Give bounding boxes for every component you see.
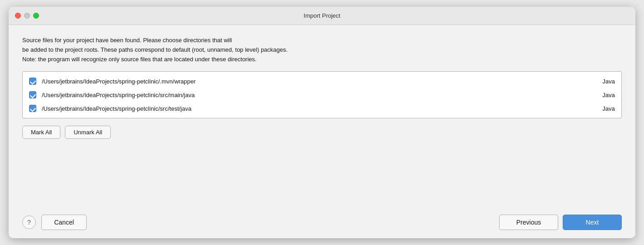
dir-path-1: /Users/jetbrains/IdeaProjects/spring-pet… xyxy=(42,78,594,85)
dir-path-2: /Users/jetbrains/IdeaProjects/spring-pet… xyxy=(42,92,594,98)
window-title: Import Project xyxy=(304,12,341,19)
cancel-button[interactable]: Cancel xyxy=(41,215,87,230)
footer-left: ? Cancel xyxy=(22,215,87,230)
help-button[interactable]: ? xyxy=(22,216,36,229)
next-button[interactable]: Next xyxy=(563,215,622,230)
list-item: /Users/jetbrains/IdeaProjects/spring-pet… xyxy=(23,74,621,88)
dialog-content: Source files for your project have been … xyxy=(9,25,635,209)
title-bar: Import Project xyxy=(9,7,635,25)
dir-type-2: Java xyxy=(603,92,615,98)
dir-checkbox-2[interactable] xyxy=(29,91,36,98)
unmark-all-button[interactable]: Unmark All xyxy=(65,126,111,139)
list-item: /Users/jetbrains/IdeaProjects/spring-pet… xyxy=(23,102,621,115)
action-buttons: Mark All Unmark All xyxy=(22,126,622,139)
footer: ? Cancel Previous Next xyxy=(9,209,635,238)
dir-type-1: Java xyxy=(603,78,615,85)
dialog-window: Import Project Source files for your pro… xyxy=(9,7,635,238)
dir-checkbox-1[interactable] xyxy=(29,78,36,85)
description-text: Source files for your project have been … xyxy=(22,36,622,64)
previous-button[interactable]: Previous xyxy=(499,215,558,230)
mark-all-button[interactable]: Mark All xyxy=(22,126,60,139)
footer-right: Previous Next xyxy=(499,215,622,230)
maximize-button[interactable] xyxy=(33,13,39,19)
dir-type-3: Java xyxy=(603,105,615,112)
close-button[interactable] xyxy=(15,13,21,19)
minimize-button[interactable] xyxy=(24,13,30,19)
dir-path-3: /Users/jetbrains/IdeaProjects/spring-pet… xyxy=(42,105,594,112)
directories-list: /Users/jetbrains/IdeaProjects/spring-pet… xyxy=(22,71,622,118)
list-item: /Users/jetbrains/IdeaProjects/spring-pet… xyxy=(23,88,621,102)
dir-checkbox-3[interactable] xyxy=(29,105,36,112)
traffic-lights xyxy=(15,13,39,19)
